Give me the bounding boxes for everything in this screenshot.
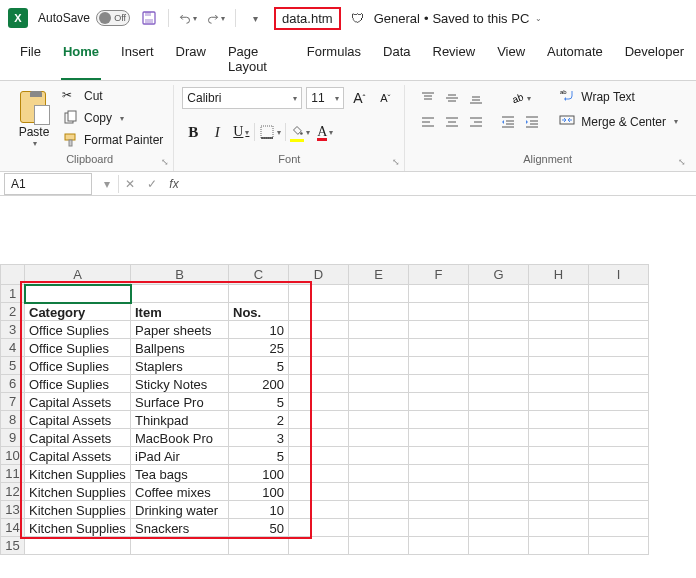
increase-indent-button[interactable] <box>521 111 543 133</box>
cell-G11[interactable] <box>469 465 529 483</box>
cell-G14[interactable] <box>469 519 529 537</box>
cell-D1[interactable] <box>289 285 349 303</box>
tab-draw[interactable]: Draw <box>174 40 208 80</box>
cell-D12[interactable] <box>289 483 349 501</box>
tab-home[interactable]: Home <box>61 40 101 80</box>
name-box[interactable]: A1 <box>4 173 92 195</box>
cell-I6[interactable] <box>589 375 649 393</box>
cell-D8[interactable] <box>289 411 349 429</box>
cell-E6[interactable] <box>349 375 409 393</box>
row-header-6[interactable]: 6 <box>1 375 25 393</box>
col-header-B[interactable]: B <box>131 265 229 285</box>
cell-E7[interactable] <box>349 393 409 411</box>
cell-I14[interactable] <box>589 519 649 537</box>
cell-E10[interactable] <box>349 447 409 465</box>
cell-H6[interactable] <box>529 375 589 393</box>
row-header-10[interactable]: 10 <box>1 447 25 465</box>
cell-B15[interactable] <box>131 537 229 555</box>
cell-H2[interactable] <box>529 303 589 321</box>
row-header-12[interactable]: 12 <box>1 483 25 501</box>
cell-B12[interactable]: Coffee mixes <box>131 483 229 501</box>
cell-E5[interactable] <box>349 357 409 375</box>
cell-E4[interactable] <box>349 339 409 357</box>
cell-E8[interactable] <box>349 411 409 429</box>
cell-F14[interactable] <box>409 519 469 537</box>
align-left-button[interactable] <box>417 111 439 133</box>
save-status[interactable]: General • Saved to this PC ⌄ <box>374 11 543 26</box>
copy-button[interactable]: Copy ▾ <box>60 109 165 127</box>
cell-H1[interactable] <box>529 285 589 303</box>
cell-A15[interactable] <box>25 537 131 555</box>
cell-C15[interactable] <box>229 537 289 555</box>
cell-C13[interactable]: 10 <box>229 501 289 519</box>
cell-B9[interactable]: MacBook Pro <box>131 429 229 447</box>
cell-I11[interactable] <box>589 465 649 483</box>
cell-C12[interactable]: 100 <box>229 483 289 501</box>
tab-view[interactable]: View <box>495 40 527 80</box>
cell-G8[interactable] <box>469 411 529 429</box>
tab-developer[interactable]: Developer <box>623 40 686 80</box>
tab-insert[interactable]: Insert <box>119 40 156 80</box>
cell-H4[interactable] <box>529 339 589 357</box>
cell-I8[interactable] <box>589 411 649 429</box>
row-header-15[interactable]: 15 <box>1 537 25 555</box>
decrease-indent-button[interactable] <box>497 111 519 133</box>
tab-review[interactable]: Review <box>431 40 478 80</box>
col-header-G[interactable]: G <box>469 265 529 285</box>
cell-E15[interactable] <box>349 537 409 555</box>
row-header-4[interactable]: 4 <box>1 339 25 357</box>
col-header-A[interactable]: A <box>25 265 131 285</box>
cell-D11[interactable] <box>289 465 349 483</box>
fill-color-button[interactable]: ▾ <box>288 121 312 143</box>
cell-C10[interactable]: 5 <box>229 447 289 465</box>
cell-F6[interactable] <box>409 375 469 393</box>
cell-B8[interactable]: Thinkpad <box>131 411 229 429</box>
row-header-3[interactable]: 3 <box>1 321 25 339</box>
cell-E12[interactable] <box>349 483 409 501</box>
cell-D7[interactable] <box>289 393 349 411</box>
col-header-H[interactable]: H <box>529 265 589 285</box>
cell-F12[interactable] <box>409 483 469 501</box>
cell-F9[interactable] <box>409 429 469 447</box>
cell-I4[interactable] <box>589 339 649 357</box>
cell-I13[interactable] <box>589 501 649 519</box>
cell-F7[interactable] <box>409 393 469 411</box>
cell-C7[interactable]: 5 <box>229 393 289 411</box>
cell-I15[interactable] <box>589 537 649 555</box>
cell-D9[interactable] <box>289 429 349 447</box>
alignment-dialog-launcher[interactable]: ⤡ <box>678 157 686 167</box>
cell-G10[interactable] <box>469 447 529 465</box>
cell-G6[interactable] <box>469 375 529 393</box>
cell-H7[interactable] <box>529 393 589 411</box>
bold-button[interactable]: B <box>182 121 204 143</box>
cell-G7[interactable] <box>469 393 529 411</box>
cell-H14[interactable] <box>529 519 589 537</box>
cell-G9[interactable] <box>469 429 529 447</box>
cancel-formula-button[interactable]: ✕ <box>119 173 141 195</box>
cell-B4[interactable]: Ballpens <box>131 339 229 357</box>
cell-F15[interactable] <box>409 537 469 555</box>
cell-C9[interactable]: 3 <box>229 429 289 447</box>
tab-page-layout[interactable]: Page Layout <box>226 40 287 80</box>
cell-C8[interactable]: 2 <box>229 411 289 429</box>
cell-G4[interactable] <box>469 339 529 357</box>
cell-D4[interactable] <box>289 339 349 357</box>
cell-D14[interactable] <box>289 519 349 537</box>
cell-I12[interactable] <box>589 483 649 501</box>
formula-input[interactable] <box>185 173 696 195</box>
cell-F4[interactable] <box>409 339 469 357</box>
align-right-button[interactable] <box>465 111 487 133</box>
cell-I5[interactable] <box>589 357 649 375</box>
cell-F13[interactable] <box>409 501 469 519</box>
cell-C11[interactable]: 100 <box>229 465 289 483</box>
row-header-9[interactable]: 9 <box>1 429 25 447</box>
font-color-button[interactable]: A ▾ <box>314 121 336 143</box>
cell-B5[interactable]: Staplers <box>131 357 229 375</box>
font-dialog-launcher[interactable]: ⤡ <box>392 157 400 167</box>
wrap-text-button[interactable]: ab Wrap Text <box>559 87 678 106</box>
cell-G15[interactable] <box>469 537 529 555</box>
paste-button[interactable]: Paste ▾ <box>14 87 54 150</box>
align-bottom-button[interactable] <box>465 87 487 109</box>
row-header-7[interactable]: 7 <box>1 393 25 411</box>
cell-C6[interactable]: 200 <box>229 375 289 393</box>
